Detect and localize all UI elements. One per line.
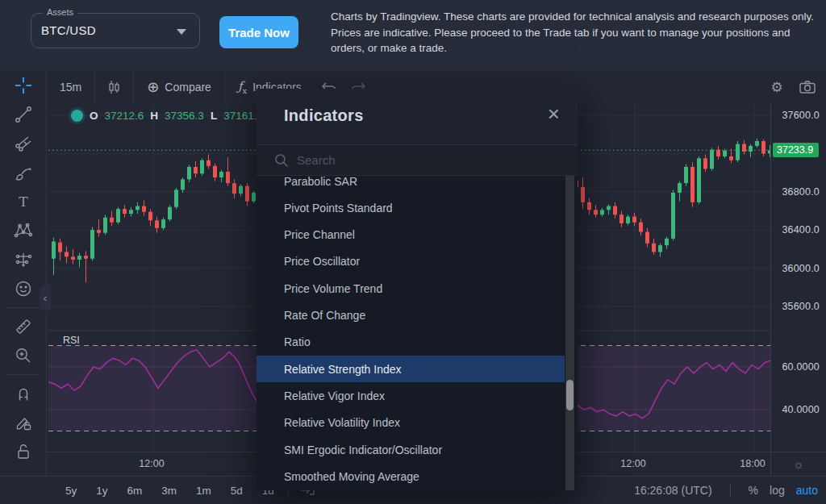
interval-label: 15m — [60, 81, 81, 94]
price-tick: 36000.0 — [782, 263, 820, 274]
high-value: 37356.3 — [165, 110, 204, 122]
trading-app: Assets BTC/USD Trade Now Charts by Tradi… — [0, 0, 826, 504]
percent-scale-button[interactable]: % — [749, 484, 758, 497]
auto-scale-button[interactable]: auto — [796, 484, 818, 497]
series-marker-icon — [71, 110, 83, 122]
high-label: H — [150, 110, 158, 122]
compare-label: Compare — [165, 81, 211, 94]
compare-plus-icon: ⊕ — [147, 78, 159, 96]
tool-magnet-button[interactable] — [0, 379, 47, 408]
indicator-item[interactable]: Rate Of Change — [257, 302, 565, 329]
indicator-item[interactable]: Relative Volatility Index — [257, 410, 565, 436]
range-button-6m[interactable]: 6m — [120, 481, 150, 500]
scrollbar-thumb[interactable] — [566, 380, 574, 410]
drawing-lock-icon — [14, 413, 33, 432]
gear-icon: ⚙ — [770, 79, 782, 96]
search-icon — [274, 153, 289, 168]
range-button-1m[interactable]: 1m — [189, 481, 219, 500]
text-icon: T — [14, 192, 33, 211]
range-button-1y[interactable]: 1y — [89, 481, 115, 500]
disclaimer-text: Charts by Tradingview. These charts are … — [331, 9, 815, 56]
tool-xabcd-pattern-button[interactable] — [0, 216, 47, 245]
tool-brush-button[interactable] — [0, 158, 47, 187]
low-label: L — [211, 110, 217, 122]
indicator-item[interactable]: Pivot Points Standard — [257, 194, 565, 221]
ruler-icon — [14, 317, 33, 336]
tool-drawing-lock-button[interactable] — [0, 408, 47, 437]
indicator-item[interactable]: Price Channel — [257, 222, 565, 248]
indicator-item[interactable]: Price Oscillator — [257, 248, 565, 275]
range-button-5d[interactable]: 5d — [223, 481, 250, 500]
compare-button[interactable]: ⊕ Compare — [134, 71, 225, 103]
sun-icon: ☼ — [793, 457, 804, 471]
close-icon[interactable]: × — [548, 103, 560, 124]
zoom-in-icon — [14, 346, 33, 365]
crosshair-icon — [14, 76, 33, 95]
fx-icon: ƒx — [238, 79, 247, 95]
open-value: 37212.6 — [105, 110, 144, 122]
indicator-item[interactable]: Relative Strength Index — [257, 356, 565, 382]
time-tick: 12:00 — [139, 458, 164, 469]
top-header: Assets BTC/USD Trade Now Charts by Tradi… — [0, 0, 826, 71]
tool-ruler-button[interactable] — [0, 312, 47, 341]
current-price-badge: 37233.9 — [773, 143, 819, 157]
tool-zoom-in-button[interactable] — [0, 341, 47, 370]
indicator-item[interactable]: Relative Vigor Index — [257, 382, 565, 409]
ohlc-legend: O37212.6 H37356.3 L37161.2 C — [71, 110, 277, 122]
indicators-modal: Indicators × Parabolic SARPivot Points S… — [257, 89, 578, 490]
time-tick: 18:00 — [740, 458, 765, 469]
asset-value: BTC/USD — [41, 23, 96, 37]
search-input[interactable] — [297, 153, 539, 167]
tool-text-button[interactable]: T — [0, 187, 47, 216]
dropdown-caret-icon — [177, 29, 186, 35]
svg-text:T: T — [19, 194, 28, 210]
magnet-icon — [14, 384, 33, 403]
indicator-item[interactable]: Price Volume Trend — [257, 275, 565, 302]
price-tick: 36800.0 — [782, 186, 820, 198]
tool-crosshair-button[interactable] — [0, 71, 47, 100]
candlestick-icon — [108, 80, 120, 95]
camera-icon — [799, 81, 816, 94]
price-tick: 36400.0 — [782, 224, 820, 235]
indicators-modal-header: Indicators × — [257, 89, 578, 145]
rsi-tick: 40.0000 — [782, 404, 820, 415]
tool-unlock-button[interactable] — [0, 437, 47, 466]
assets-select[interactable]: Assets BTC/USD — [31, 13, 200, 48]
xabcd-pattern-icon — [14, 221, 33, 240]
price-tick: 35600.0 — [782, 301, 820, 312]
divider — [6, 374, 40, 375]
tool-trend-line-button[interactable] — [0, 100, 47, 129]
price-axis[interactable]: 37233.9 37600.036800.036400.036000.03560… — [770, 103, 826, 452]
unlock-icon — [14, 442, 33, 461]
price-tick: 37600.0 — [782, 110, 820, 121]
indicator-item[interactable]: SMI Ergodic Indicator/Oscillator — [257, 436, 565, 463]
indicator-item[interactable]: Parabolic SAR — [257, 176, 565, 194]
scrollbar-track[interactable] — [565, 176, 574, 490]
divider — [730, 484, 731, 497]
chart-style-button[interactable] — [95, 71, 134, 103]
indicator-item[interactable]: Smoothed Moving Average — [257, 463, 565, 489]
range-buttons: 5y1y6m3m1m5d1d — [58, 481, 282, 500]
session-clock[interactable]: 16:26:08 (UTC) — [634, 484, 711, 497]
open-label: O — [90, 110, 98, 122]
log-scale-button[interactable]: log — [770, 484, 785, 497]
trade-now-button[interactable]: Trade Now — [219, 16, 298, 48]
screenshot-button[interactable] — [792, 71, 823, 103]
indicator-search — [257, 145, 578, 176]
interval-button[interactable]: 15m — [47, 71, 95, 103]
forecast-icon — [14, 250, 33, 269]
range-button-3m[interactable]: 3m — [154, 481, 184, 500]
modal-title: Indicators — [284, 106, 364, 125]
trend-line-icon — [14, 105, 33, 124]
chart-settings-button[interactable]: ⚙ — [761, 71, 792, 103]
indicator-item[interactable]: Ratio — [257, 329, 565, 356]
tool-pitchfork-button[interactable] — [0, 129, 47, 158]
tool-forecast-button[interactable] — [0, 245, 47, 274]
rsi-pane-label: RSI — [63, 335, 80, 346]
indicator-list: Parabolic SARPivot Points StandardPrice … — [257, 176, 578, 490]
timezone-button[interactable]: ☼ — [770, 452, 826, 476]
emoji-icon — [14, 279, 33, 298]
range-button-5y[interactable]: 5y — [58, 481, 84, 500]
time-tick: 12:00 — [620, 458, 645, 469]
pitchfork-icon — [14, 134, 33, 153]
